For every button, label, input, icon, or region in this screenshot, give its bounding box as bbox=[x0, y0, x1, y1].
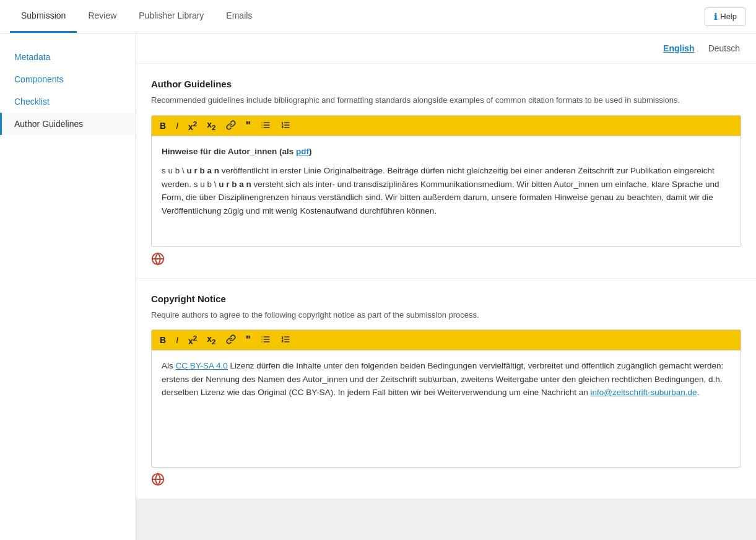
top-navigation: Submission Review Publisher Library Emai… bbox=[0, 0, 756, 33]
lang-english-button[interactable]: English bbox=[659, 42, 698, 54]
lang-deutsch-button[interactable]: Deutsch bbox=[705, 42, 744, 54]
pdf-link[interactable]: pdf bbox=[296, 147, 309, 156]
copyright-toolbar-subscript-button[interactable]: x2 bbox=[202, 333, 220, 347]
copyright-globe-icon[interactable] bbox=[151, 472, 165, 486]
toolbar-unordered-list-button[interactable] bbox=[256, 118, 275, 133]
sidebar: Metadata Components Checklist Author Gui… bbox=[0, 33, 136, 540]
language-selector: English Deutsch bbox=[136, 33, 756, 64]
copyright-notice-section: Copyright Notice Require authors to agre… bbox=[136, 279, 756, 500]
author-guidelines-section: Author Guidelines Recommended guidelines… bbox=[136, 64, 756, 279]
copyright-notice-editor: B I x2 x2 " bbox=[151, 329, 741, 486]
copyright-toolbar-ordered-list-button[interactable] bbox=[276, 333, 295, 347]
email-link[interactable]: info@zeitschrift-suburban.de bbox=[591, 388, 697, 397]
author-guidelines-editor: B I x2 x2 " bbox=[151, 115, 741, 266]
help-icon: ℹ bbox=[714, 12, 717, 22]
author-guidelines-body: s u b \ u r b a n veröffentlicht in erst… bbox=[162, 164, 731, 217]
copyright-notice-toolbar: B I x2 x2 " bbox=[151, 329, 741, 350]
sidebar-item-checklist[interactable]: Checklist bbox=[0, 90, 136, 113]
tab-publisher-library[interactable]: Publisher Library bbox=[128, 0, 215, 33]
help-button[interactable]: ℹ Help bbox=[705, 7, 746, 26]
toolbar-link-button[interactable] bbox=[222, 118, 240, 133]
sidebar-item-author-guidelines[interactable]: Author Guidelines bbox=[0, 113, 136, 135]
copyright-toolbar-bold-button[interactable]: B bbox=[155, 334, 170, 346]
sidebar-item-components[interactable]: Components bbox=[0, 68, 136, 90]
toolbar-italic-button[interactable]: I bbox=[172, 120, 183, 132]
author-guidelines-description: Recommended guidelines include bibliogra… bbox=[151, 94, 741, 107]
content-area: English Deutsch Author Guidelines Recomm… bbox=[136, 33, 756, 540]
toolbar-ordered-list-button[interactable] bbox=[276, 118, 295, 133]
author-guidelines-content[interactable]: Hinweise für die Autor_innen (als pdf) s… bbox=[151, 136, 741, 247]
help-label: Help bbox=[720, 12, 737, 21]
author-guidelines-title: Author Guidelines bbox=[151, 79, 741, 89]
copyright-toolbar-link-button[interactable] bbox=[222, 333, 240, 347]
copyright-toolbar-italic-button[interactable]: I bbox=[172, 334, 183, 346]
copyright-body: Als CC BY-SA 4.0 Lizenz dürfen die Inhal… bbox=[162, 359, 731, 399]
copyright-notice-footer bbox=[151, 468, 741, 486]
sidebar-item-metadata[interactable]: Metadata bbox=[0, 46, 136, 68]
copyright-toolbar-blockquote-button[interactable]: " bbox=[241, 333, 256, 347]
copyright-notice-content[interactable]: Als CC BY-SA 4.0 Lizenz dürfen die Inhal… bbox=[151, 350, 741, 468]
copyright-notice-description: Require authors to agree to the followin… bbox=[151, 309, 741, 321]
copyright-toolbar-superscript-button[interactable]: x2 bbox=[184, 333, 201, 347]
author-guidelines-footer bbox=[151, 247, 741, 266]
globe-icon[interactable] bbox=[151, 252, 165, 266]
toolbar-bold-button[interactable]: B bbox=[155, 120, 170, 132]
toolbar-blockquote-button[interactable]: " bbox=[241, 118, 256, 133]
cc-license-link[interactable]: CC BY-SA 4.0 bbox=[176, 361, 228, 370]
content-heading-bold: Hinweise für die Autor_innen (als pdf) bbox=[162, 147, 312, 156]
tab-submission[interactable]: Submission bbox=[10, 0, 77, 33]
copyright-toolbar-unordered-list-button[interactable] bbox=[256, 333, 275, 347]
author-guidelines-toolbar: B I x2 x2 " bbox=[151, 115, 741, 136]
copyright-notice-title: Copyright Notice bbox=[151, 294, 741, 304]
tab-review[interactable]: Review bbox=[77, 0, 128, 33]
toolbar-subscript-button[interactable]: x2 bbox=[202, 118, 220, 133]
toolbar-superscript-button[interactable]: x2 bbox=[184, 118, 201, 133]
main-layout: Metadata Components Checklist Author Gui… bbox=[0, 33, 756, 540]
tab-emails[interactable]: Emails bbox=[215, 0, 263, 33]
